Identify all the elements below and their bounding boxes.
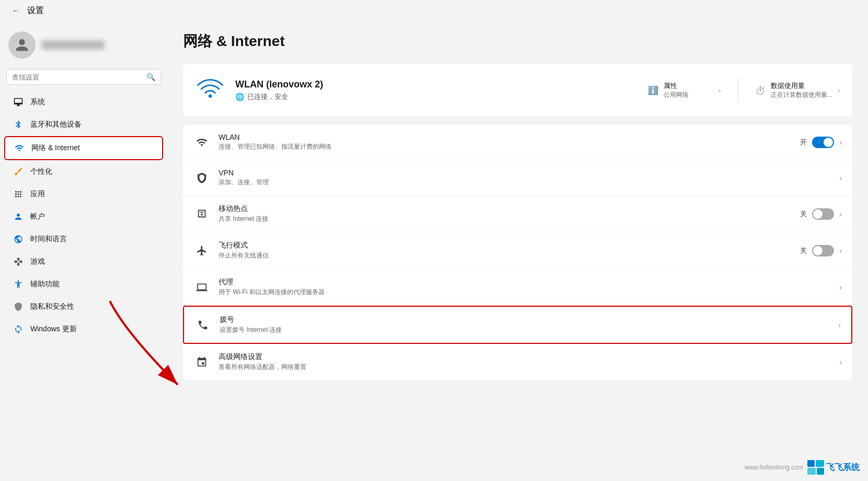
chevron-icon-hotspot: › xyxy=(839,210,842,218)
item-subtitle-advanced: 查看所有网络适配器，网络重置 xyxy=(219,363,831,372)
sidebar-item-gaming[interactable]: 游戏 xyxy=(4,251,163,273)
titlebar: ← 设置 xyxy=(0,0,868,21)
sidebar-item-privacy[interactable]: 隐私和安全性 xyxy=(4,296,163,318)
hero-actions: ℹ️ 属性 公用网络 › ⏱️ 数据使用量 正在计算数据使用量... › xyxy=(648,77,840,104)
item-subtitle-wlan: 连接、管理已知网络、按流量计费的网络 xyxy=(219,142,792,151)
accessibility-icon xyxy=(13,278,24,290)
svg-rect-2 xyxy=(816,460,824,467)
item-subtitle-dialup: 设置拨号 Internet 连接 xyxy=(220,326,830,334)
item-title-proxy: 代理 xyxy=(219,277,831,287)
sidebar-item-label: 系统 xyxy=(30,97,45,107)
sidebar-item-label: 网络 & Internet xyxy=(31,143,80,153)
sidebar-item-label: 隐私和安全性 xyxy=(30,302,74,311)
settings-item-airplane[interactable]: 飞行模式 停止所有无线通信 关 › xyxy=(183,232,852,269)
sidebar-item-label: 辅助功能 xyxy=(30,279,60,289)
hero-info: WLAN (lenovowx 2) 🌐 已连接，安全 xyxy=(235,79,637,102)
hotspot-icon xyxy=(193,206,210,222)
sidebar-item-personalization[interactable]: 个性化 xyxy=(4,161,163,183)
shield-icon xyxy=(13,301,24,312)
apps-icon xyxy=(13,188,24,200)
toggle-hotspot[interactable] xyxy=(812,208,834,220)
brush-icon xyxy=(13,166,24,177)
wifi-large-icon xyxy=(196,74,225,106)
main-layout: 🔍 系统 蓝牙和其他设备 网络 & Internet 个性化 应用 帐户 时间和… xyxy=(0,21,868,481)
sidebar-item-time[interactable]: 时间和语言 xyxy=(4,228,163,250)
chevron-icon-wlan: › xyxy=(839,138,842,147)
settings-list: WLAN 连接、管理已知网络、按流量计费的网络 开 › VPN 添加、连接、管理… xyxy=(183,125,852,380)
toggle-label-hotspot: 关 xyxy=(800,209,807,219)
settings-item-advanced[interactable]: 高级网络设置 查看所有网络适配器，网络重置 › xyxy=(183,344,852,380)
search-input[interactable] xyxy=(12,73,142,81)
info-icon: ℹ️ xyxy=(648,85,658,95)
watermark-logo: 飞飞系统 xyxy=(807,460,860,475)
bluetooth-icon xyxy=(13,119,24,130)
settings-item-wlan[interactable]: WLAN 连接、管理已知网络、按流量计费的网络 开 › xyxy=(183,125,852,160)
chevron-icon-airplane: › xyxy=(839,247,842,255)
sidebar-item-label: 时间和语言 xyxy=(30,234,67,244)
sidebar-item-label: 帐户 xyxy=(30,212,45,221)
nav-items: 系统 蓝牙和其他设备 网络 & Internet 个性化 应用 帐户 时间和语言… xyxy=(0,91,167,340)
page-title: 网络 & Internet xyxy=(183,31,852,51)
data-usage-action[interactable]: ⏱️ 数据使用量 正在计算数据使用量... › xyxy=(755,77,840,104)
update-icon xyxy=(13,323,24,335)
item-title-vpn: VPN xyxy=(219,169,831,177)
toggle-wlan[interactable] xyxy=(812,137,834,148)
advanced-network-icon xyxy=(193,354,210,371)
hero-divider xyxy=(738,77,738,103)
data-usage-sub: 正在计算数据使用量... xyxy=(771,91,832,99)
chevron-right-icon: › xyxy=(718,86,721,94)
sidebar-item-network[interactable]: 网络 & Internet xyxy=(4,136,163,160)
svg-rect-1 xyxy=(807,460,815,467)
network-icon xyxy=(14,142,25,154)
titlebar-title: 设置 xyxy=(27,5,44,16)
data-usage-label: 数据使用量 xyxy=(771,81,832,91)
search-icon: 🔍 xyxy=(146,73,155,81)
chevron-icon-advanced: › xyxy=(839,358,842,366)
svg-rect-3 xyxy=(807,468,816,475)
chevron-icon-dialup: › xyxy=(838,321,841,329)
proxy-icon xyxy=(193,279,210,296)
hero-status: 🌐 已连接，安全 xyxy=(235,92,637,102)
sidebar-item-system[interactable]: 系统 xyxy=(4,91,163,113)
account-icon xyxy=(13,211,24,222)
sidebar-item-apps[interactable]: 应用 xyxy=(4,183,163,205)
chevron-icon-vpn: › xyxy=(839,174,842,182)
globe-icon xyxy=(13,233,24,245)
sidebar-item-label: 个性化 xyxy=(30,167,52,176)
user-name xyxy=(42,40,105,50)
monitor-icon xyxy=(13,96,24,108)
item-title-hotspot: 移动热点 xyxy=(219,204,792,214)
watermark-url: www.feifeixitong.com xyxy=(745,464,803,471)
data-usage-icon: ⏱️ xyxy=(755,85,766,95)
settings-item-dialup[interactable]: 拨号 设置拨号 Internet 连接 › xyxy=(183,306,852,344)
item-subtitle-proxy: 用于 Wi-Fi 和以太网连接的代理服务器 xyxy=(219,288,831,297)
settings-item-vpn[interactable]: VPN 添加、连接、管理 › xyxy=(183,160,852,196)
user-profile xyxy=(0,25,167,67)
item-subtitle-airplane: 停止所有无线通信 xyxy=(219,251,792,260)
content-area: 网络 & Internet WLAN (lenovowx 2) 🌐 已连接，安全 xyxy=(167,21,868,481)
avatar xyxy=(8,31,36,59)
settings-item-proxy[interactable]: 代理 用于 Wi-Fi 和以太网连接的代理服务器 › xyxy=(183,269,852,306)
sidebar-item-label: 应用 xyxy=(30,189,45,199)
toggle-airplane[interactable] xyxy=(812,245,834,256)
svg-rect-4 xyxy=(817,468,824,475)
properties-label: 属性 xyxy=(664,81,689,91)
sidebar-item-accessibility[interactable]: 辅助功能 xyxy=(4,273,163,295)
chevron-icon-proxy: › xyxy=(839,283,842,292)
sidebar-item-accounts[interactable]: 帐户 xyxy=(4,206,163,228)
sidebar-item-windows-update[interactable]: Windows 更新 xyxy=(4,318,163,340)
dialup-icon xyxy=(195,317,211,333)
back-button[interactable]: ← xyxy=(8,3,23,18)
wifi-icon xyxy=(193,134,210,151)
properties-sub: 公用网络 xyxy=(664,91,689,99)
sidebar: 🔍 系统 蓝牙和其他设备 网络 & Internet 个性化 应用 帐户 时间和… xyxy=(0,21,167,481)
sidebar-item-label: Windows 更新 xyxy=(30,325,77,334)
settings-item-hotspot[interactable]: 移动热点 共享 Internet 连接 关 › xyxy=(183,196,852,232)
search-box[interactable]: 🔍 xyxy=(6,69,161,85)
item-title-airplane: 飞行模式 xyxy=(219,241,792,250)
hero-card: WLAN (lenovowx 2) 🌐 已连接，安全 ℹ️ 属性 公用网络 › xyxy=(183,64,852,116)
properties-action[interactable]: ℹ️ 属性 公用网络 › xyxy=(648,77,721,104)
vpn-icon xyxy=(193,170,210,186)
sidebar-item-bluetooth[interactable]: 蓝牙和其他设备 xyxy=(4,114,163,136)
globe-icon: 🌐 xyxy=(235,93,244,101)
